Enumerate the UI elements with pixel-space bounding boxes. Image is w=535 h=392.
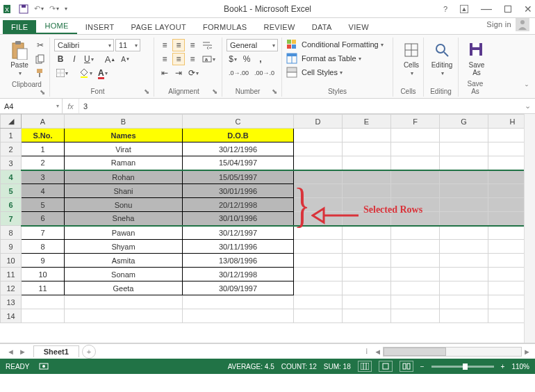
row-header[interactable]: 13	[1, 295, 22, 309]
sheet-nav-next-icon[interactable]: ►	[19, 348, 26, 356]
cell[interactable]: 8	[22, 240, 65, 254]
align-center-button[interactable]: ≡	[172, 53, 185, 65]
cell[interactable]	[294, 198, 343, 212]
cell[interactable]	[343, 226, 391, 240]
cell[interactable]	[294, 184, 343, 198]
comma-button[interactable]: ,	[254, 53, 267, 65]
cell[interactable]	[440, 240, 488, 254]
row-header[interactable]: 6	[1, 198, 22, 212]
row-header[interactable]: 9	[1, 240, 22, 254]
font-color-button[interactable]: A▾	[96, 67, 110, 79]
grow-font-button[interactable]: A▲	[103, 53, 118, 65]
cell[interactable]: Sonu	[65, 198, 183, 212]
cell[interactable]	[294, 226, 343, 240]
cell[interactable]: 5	[22, 198, 65, 212]
ribbon-options-icon[interactable]: ▲	[460, 5, 468, 13]
row-header[interactable]: 8	[1, 226, 22, 240]
row-header[interactable]: 5	[1, 184, 22, 198]
align-left-button[interactable]: ≡	[158, 53, 171, 65]
cell[interactable]	[343, 184, 391, 198]
cell[interactable]: 2	[22, 156, 65, 170]
cell[interactable]	[440, 226, 488, 240]
row-header[interactable]: 4	[1, 170, 22, 184]
font-size-select[interactable]: 11	[115, 39, 140, 51]
wrap-text-button[interactable]	[200, 39, 214, 51]
percent-button[interactable]: %	[240, 53, 253, 65]
zoom-slider[interactable]	[431, 366, 494, 368]
col-header[interactable]: C	[183, 115, 294, 129]
orientation-button[interactable]: ⟳▾	[186, 67, 201, 79]
fill-color-button[interactable]: ▾	[77, 67, 94, 79]
cell[interactable]: Sonam	[65, 268, 183, 281]
number-format-select[interactable]: General	[227, 39, 278, 51]
minimize-icon[interactable]: —	[481, 3, 492, 15]
select-all-corner[interactable]: ◢	[1, 115, 22, 129]
cell[interactable]	[343, 129, 391, 142]
tab-data[interactable]: DATA	[304, 20, 340, 34]
expand-formula-bar-icon[interactable]: ⌄	[520, 101, 535, 111]
cell[interactable]	[294, 309, 343, 323]
cell[interactable]	[343, 281, 391, 295]
cell[interactable]	[391, 198, 440, 212]
scroll-left-icon[interactable]: ◄	[374, 348, 381, 356]
formula-input[interactable]: 3	[79, 102, 520, 111]
cell[interactable]: 13/08/1996	[183, 254, 294, 268]
conditional-formatting-button[interactable]: Conditional Formatting▾	[286, 39, 384, 50]
row-header[interactable]: 7	[1, 212, 22, 226]
cell[interactable]	[183, 295, 294, 309]
tab-view[interactable]: VIEW	[340, 20, 377, 34]
cell[interactable]	[22, 295, 65, 309]
cell[interactable]: 3	[22, 170, 65, 184]
number-launcher-icon[interactable]: ⬊	[272, 88, 277, 95]
align-top-button[interactable]: ≡	[158, 39, 171, 51]
sheet-nav-prev-icon[interactable]: ◄	[7, 348, 15, 356]
save-as-button[interactable]: Save As	[463, 39, 491, 78]
cell[interactable]	[391, 226, 440, 240]
increase-indent-button[interactable]: ⇥	[172, 67, 185, 79]
copy-icon[interactable]	[33, 53, 47, 65]
format-as-table-button[interactable]: Format as Table▾	[286, 53, 361, 64]
cell[interactable]: 15/05/1997	[183, 170, 294, 184]
cell[interactable]	[294, 156, 343, 170]
cell[interactable]: 15/04/1997	[183, 156, 294, 170]
cell[interactable]	[391, 129, 440, 142]
cell[interactable]: D.O.B	[183, 129, 294, 142]
cell[interactable]	[343, 254, 391, 268]
cell[interactable]	[391, 184, 440, 198]
cell[interactable]	[343, 198, 391, 212]
cell[interactable]	[440, 142, 488, 156]
paste-button[interactable]: Paste▾	[8, 39, 31, 78]
help-icon[interactable]: ?	[443, 5, 447, 13]
cell[interactable]	[183, 309, 294, 323]
cell[interactable]	[391, 170, 440, 184]
cell[interactable]: Raman	[65, 156, 183, 170]
cell[interactable]: Sneha	[65, 212, 183, 226]
vertical-scrollbar[interactable]	[524, 114, 535, 343]
maximize-icon[interactable]	[504, 6, 511, 13]
cell[interactable]	[391, 254, 440, 268]
underline-button[interactable]: U▾	[82, 53, 96, 65]
cell[interactable]	[343, 240, 391, 254]
font-launcher-icon[interactable]: ⬊	[144, 88, 149, 95]
cell[interactable]	[343, 170, 391, 184]
cell[interactable]: Names	[65, 129, 183, 142]
cell[interactable]	[391, 281, 440, 295]
cell[interactable]: 6	[22, 212, 65, 226]
cell[interactable]: Shani	[65, 184, 183, 198]
cell[interactable]: 30/12/1996	[183, 142, 294, 156]
normal-view-button[interactable]	[358, 361, 372, 372]
cell[interactable]	[294, 142, 343, 156]
cell[interactable]	[343, 156, 391, 170]
align-right-button[interactable]: ≡	[186, 53, 199, 65]
align-bottom-button[interactable]: ≡	[186, 39, 199, 51]
tab-review[interactable]: REVIEW	[255, 20, 303, 34]
page-break-view-button[interactable]	[400, 361, 413, 372]
row-header[interactable]: 11	[1, 268, 22, 281]
name-box[interactable]: A4	[0, 99, 63, 113]
cell[interactable]: 30/01/1996	[183, 184, 294, 198]
col-header[interactable]: F	[391, 115, 440, 129]
cell[interactable]	[22, 309, 65, 323]
redo-icon[interactable]: ↷▾	[49, 3, 60, 15]
cell[interactable]: 4	[22, 184, 65, 198]
increase-decimal-button[interactable]: .0→.00	[227, 67, 251, 79]
